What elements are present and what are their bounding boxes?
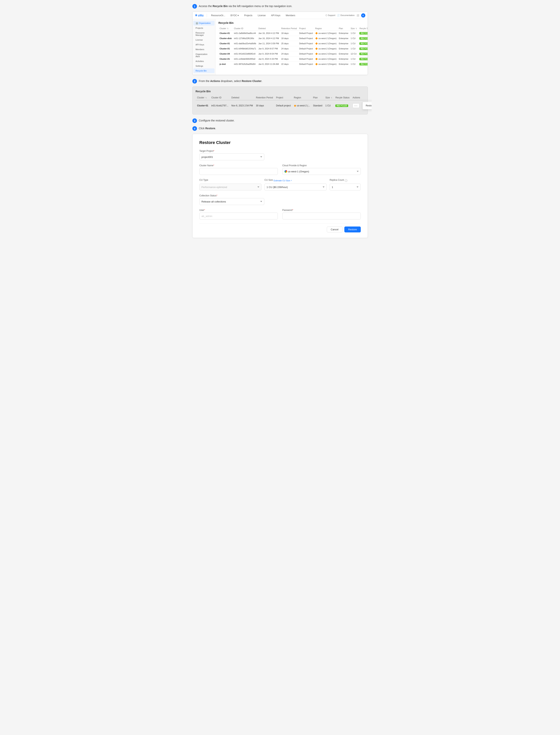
col2-actions: Actions [351, 95, 371, 100]
cell-region: 🔶 us-west-2 (Oregon) [314, 51, 338, 56]
sidebar-item-activities[interactable]: Activities [193, 59, 215, 63]
col2-plan: Plan [312, 95, 324, 100]
cell-region: 🔶 us-west-2 (Oregon) [314, 41, 338, 46]
col2-region: Region [292, 95, 312, 100]
sidebar-item-organization[interactable]: 🏢 Organization [193, 21, 215, 26]
sidebar-item-projects[interactable]: Projects [193, 26, 215, 30]
actions-dropdown: Restore Cluster [362, 102, 372, 109]
sidebar-item-license[interactable]: License [193, 38, 215, 42]
col2-retention: Retention Period [254, 95, 274, 100]
cell2-project: Default project [275, 100, 292, 111]
cluster-name-label: Cluster Name* [199, 164, 278, 167]
cell-plan: Enterprise [338, 51, 349, 56]
cell-size: 1 CU [349, 36, 358, 41]
restore-cluster-option[interactable]: Restore Cluster [363, 103, 372, 108]
cell-cluster: Cluster-01 [219, 31, 233, 36]
col2-project: Project [275, 95, 292, 100]
target-project-label: Target Project* [199, 150, 264, 152]
cell-retention: 18 days [280, 31, 298, 36]
cell2-region: 🔶 us-west-2 (... [292, 100, 312, 111]
cell-deleted: Jan 8, 2024 4:33 PM [257, 56, 280, 62]
top-nav: ✳ zilliz ResourceOr... BYOC ▾ Projects L… [193, 12, 368, 19]
actions-dots-button[interactable]: ··· [353, 103, 359, 108]
password-input[interactable] [282, 213, 361, 219]
app-screenshot-panel: ✳ zilliz ResourceOr... BYOC ▾ Projects L… [192, 12, 368, 75]
cloud-select-wrapper: us-west-1 (Oregon) [282, 168, 361, 175]
recycle-bin-table: Cluster ⇅ Cluster ID Deleted Retention P… [219, 26, 368, 67]
recycle-bin-detail-panel: Recycle Bin Cluster ⇅ Cluster ID Deleted… [192, 87, 368, 114]
step-circle-1: 1 [192, 4, 197, 9]
cluster-name-group: Cluster Name* [199, 164, 278, 175]
sidebar-item-org-alert[interactable]: Organization Alert [193, 52, 215, 59]
sidebar-item-members[interactable]: Members [193, 47, 215, 52]
cell-project: Default Project [298, 31, 314, 36]
cell-id: in01-987b2b2ba0f6d04 [233, 62, 257, 67]
replica-count-select[interactable]: 1 [330, 184, 361, 190]
sidebar-item-settings[interactable]: Settings [193, 64, 215, 68]
nav-members[interactable]: Members [285, 14, 296, 17]
step-2: 2 From the Actions dropdown, select Rest… [192, 79, 368, 84]
password-label: Password* [282, 209, 361, 211]
restore-button[interactable]: Restore [344, 227, 361, 232]
sidebar-item-recycle-bin[interactable]: Recycle Bin [193, 68, 215, 73]
cell-plan: Enterprise [338, 62, 349, 67]
cell-deleted: Jan 16, 2024 4:12 PM [257, 31, 280, 36]
nav-projects[interactable]: Projects [243, 14, 253, 17]
collection-status-group: Collection Status* Release all collectio… [199, 194, 264, 205]
cu-type-group: CU Type Performance-optimized [199, 179, 262, 190]
cu-size-select[interactable]: 1 CU ($0.159/hour) [264, 184, 327, 190]
user-input[interactable] [199, 213, 278, 219]
cell-cluster: Cluster-04 [219, 51, 233, 56]
nav-members-label: Members [286, 14, 295, 17]
nav-license-label: License [258, 14, 266, 17]
nav-license[interactable]: License [257, 14, 267, 17]
table-row: Cluster-01 in01-6ceb2797... Nov 6, 2023 … [196, 100, 372, 111]
sidebar-item-resource-manager[interactable]: Resource Manager [193, 31, 215, 37]
cu-row: CU Type Performance-optimized CU Size Es… [199, 179, 361, 190]
nav-resource[interactable]: ResourceOr... [210, 14, 226, 17]
app-layout: 🏢 Organization Projects Resource Manager… [193, 19, 368, 75]
cell-project: Default Project [298, 46, 314, 51]
nav-resource-label: ResourceOr... [211, 14, 225, 17]
nav-avatar[interactable]: A [361, 13, 365, 18]
cell2-actions: ··· Restore Cluster [351, 100, 371, 111]
external-link-icon: ↗ [290, 180, 292, 182]
cu-type-select[interactable]: Performance-optimized [199, 184, 262, 190]
cell2-id: in01-6ceb2797... [210, 100, 230, 111]
nav-apikeys[interactable]: API Keys [270, 14, 281, 17]
col2-status: Recyle Status [334, 95, 351, 100]
replica-info-icon[interactable]: i [345, 179, 347, 182]
collection-status-select[interactable]: Release all collections Load all collect… [199, 198, 264, 205]
step-3: 3 Configure the restored cluster. [192, 118, 368, 123]
password-group: Password* [282, 209, 361, 219]
cell-id: in01-941b922d868f2c8 [233, 51, 257, 56]
col-retention: Retention Period [280, 26, 298, 31]
nav-projects-label: Projects [244, 14, 252, 17]
nav-docs[interactable]: 📄 Documentation [337, 14, 354, 17]
step-4-text: Click Restore. [199, 126, 216, 130]
cell-cluster: Cluster-01 [219, 41, 233, 46]
cu-size-label: CU Size [264, 179, 273, 181]
cell-retention: 22 days [280, 56, 298, 62]
target-project-select[interactable]: project001 [199, 153, 264, 160]
sidebar-item-apikeys[interactable]: API Keys [193, 42, 215, 47]
nav-icon1[interactable]: ⬜ [357, 14, 359, 17]
cell-deleted: Jan 9, 2024 8:54 PM [257, 51, 280, 56]
cell-status: RECYCLED [358, 56, 367, 62]
recycle-bin-detail-title: Recycle Bin [196, 90, 365, 93]
nav-support[interactable]: ⬡ Support [325, 14, 335, 17]
cell-region: 🔶 us-west-2 (Oregon) [314, 31, 338, 36]
estimate-cu-link[interactable]: Estimate CU Size ↗ [274, 179, 292, 182]
step-circle-3: 3 [192, 118, 197, 123]
cell-deleted: Jan 16, 2024 4:12 PM [257, 36, 280, 41]
cluster-name-input[interactable] [199, 168, 278, 175]
cell2-deleted: Nov 6, 2023 2:54 PM [230, 100, 255, 111]
actions-area: ··· Restore Cluster [353, 102, 371, 109]
nav-byoc[interactable]: BYOC ▾ [229, 14, 240, 17]
cell-id: in01-dab0ba32e4a0b9b [233, 41, 257, 46]
cancel-button[interactable]: Cancel [327, 227, 342, 232]
required-star-3: * [217, 194, 218, 197]
cloud-region-select[interactable]: us-west-1 (Oregon) [288, 170, 358, 173]
cell-deleted: Jan 9, 2024 8:57 PM [257, 46, 280, 51]
cell-retention: 24 days [280, 51, 298, 56]
